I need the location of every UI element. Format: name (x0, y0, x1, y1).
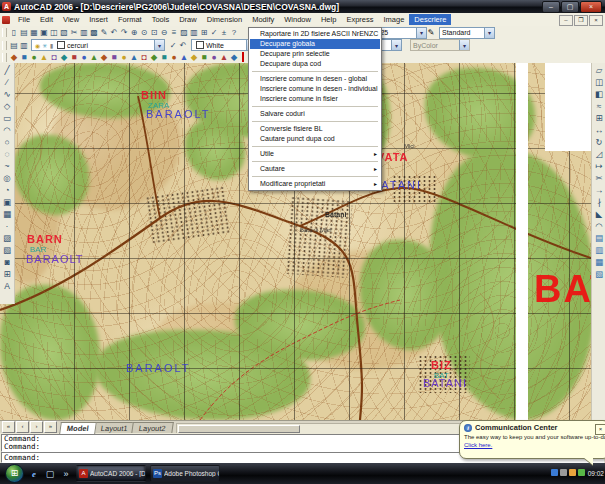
zoom-previous-icon[interactable]: ⊖ (159, 28, 169, 38)
table-icon[interactable]: ⊞ (1, 268, 14, 280)
layer-properties-manager-icon[interactable]: ▤ (9, 40, 19, 50)
image-tool-3-icon[interactable]: ▦ (593, 256, 605, 268)
match-properties-icon[interactable]: ✎ (99, 28, 109, 38)
polygon-icon[interactable]: ◇ (1, 100, 14, 112)
taskbar-button-autocad-2006-d-d[interactable]: AAutoCAD 2006 - [D:\D... (76, 465, 146, 482)
menu-image[interactable]: Image (378, 14, 409, 25)
toolbar-grip[interactable] (2, 53, 7, 62)
custom-tool-20-icon[interactable]: ■ (199, 52, 209, 62)
combo-arrow-icon[interactable]: ▾ (484, 28, 494, 38)
balloon-close-button[interactable]: × (595, 424, 605, 435)
menu-item-inscriere-comune-in-desen-individual[interactable]: Inscriere comune in desen - individual (250, 84, 380, 94)
menu-item-conversie-fisiere-bl[interactable]: Conversie fisiere BL (250, 124, 380, 134)
markup-set-manager-icon[interactable]: ✓ (209, 28, 219, 38)
new-icon[interactable]: ▯ (9, 28, 19, 38)
custom-tool-12-icon[interactable]: ● (119, 52, 129, 62)
dimstyle-icon[interactable]: ✎ (426, 28, 436, 38)
polyline-icon[interactable]: ∿ (1, 88, 14, 100)
combo-arrow-icon[interactable]: ▾ (154, 40, 164, 50)
tray-communication-center-icon[interactable] (578, 469, 585, 476)
region-icon[interactable]: ◙ (1, 256, 14, 268)
custom-tool-17-icon[interactable]: ● (169, 52, 179, 62)
open-icon[interactable]: ▤ (19, 28, 29, 38)
extend-icon[interactable]: → (593, 184, 605, 196)
zoom-window-icon[interactable]: ⊡ (149, 28, 159, 38)
menu-tools[interactable]: Tools (147, 14, 175, 25)
offset-icon[interactable]: ≈ (593, 100, 605, 112)
scale-icon[interactable]: ◿ (593, 148, 605, 160)
construction-line-icon[interactable]: ∕ (1, 76, 14, 88)
custom-tool-11-icon[interactable]: ■ (109, 52, 119, 62)
menu-insert[interactable]: Insert (84, 14, 113, 25)
erase-icon[interactable]: ▱ (593, 64, 605, 76)
combo-arrow-icon[interactable]: ▾ (391, 40, 401, 50)
image-tool-1-icon[interactable]: ▤ (593, 232, 605, 244)
insert-block-icon[interactable]: ▣ (1, 196, 14, 208)
menu-item-modificare-proprietati[interactable]: Modificare proprietati▸ (250, 179, 380, 189)
mdi-close-button[interactable]: × (589, 15, 603, 26)
tray-update-icon[interactable] (569, 469, 576, 476)
menu-window[interactable]: Window (279, 14, 316, 25)
move-icon[interactable]: ↔ (593, 124, 605, 136)
custom-tool-6-icon[interactable]: ◆ (59, 52, 69, 62)
make-block-icon[interactable]: ▦ (1, 208, 14, 220)
minimize-button[interactable]: – (542, 1, 560, 13)
show-desktop-icon[interactable]: ▢ (44, 468, 56, 480)
pan-icon[interactable]: ⊕ (129, 28, 139, 38)
fillet-icon[interactable]: ◠ (593, 220, 605, 232)
menu-item-cautare[interactable]: Cautare▸ (250, 164, 380, 174)
menu-help[interactable]: Help (316, 14, 341, 25)
copy-icon[interactable]: ▥ (79, 28, 89, 38)
menu-file[interactable]: File (13, 14, 35, 25)
tray-network-icon[interactable] (551, 469, 558, 476)
menu-item-cautare-punct-dupa-cod[interactable]: Cautare punct dupa cod (250, 134, 380, 144)
image-tool-4-icon[interactable]: ▧ (593, 268, 605, 280)
help-icon[interactable]: ? (229, 28, 239, 38)
gradient-icon[interactable]: ▧ (1, 244, 14, 256)
plot-preview-icon[interactable]: ◫ (49, 28, 59, 38)
make-object-layer-current-icon[interactable]: ✓ (168, 40, 178, 50)
textstyle-combo[interactable]: Standard▾ (439, 27, 495, 39)
menu-item-inscriere-comune-in-fisier[interactable]: Inscriere comune in fisier (250, 94, 380, 104)
array-icon[interactable]: ⊞ (593, 112, 605, 124)
menu-item-decupare-dupa-cod[interactable]: Decupare dupa cod (250, 59, 380, 69)
taskbar-clock[interactable]: 09:02 (588, 470, 604, 477)
zoom-realtime-icon[interactable]: ⊙ (139, 28, 149, 38)
designcenter-icon[interactable]: ▨ (179, 28, 189, 38)
quickcalc-icon[interactable]: ± (219, 28, 229, 38)
hatch-icon[interactable]: ▨ (1, 232, 14, 244)
circle-icon[interactable]: ○ (1, 136, 14, 148)
scrollbar-thumb[interactable] (178, 425, 300, 433)
paste-icon[interactable]: ▩ (89, 28, 99, 38)
save-icon[interactable]: ▦ (29, 28, 39, 38)
publish-icon[interactable]: ▧ (59, 28, 69, 38)
mdi-minimize-button[interactable]: – (559, 15, 573, 26)
cut-icon[interactable]: ✂ (69, 28, 79, 38)
menu-item-raportare-in-2d-fisiere-ascii-nrenzc[interactable]: Raportare in 2D fisiere ASCII NrENZC (250, 29, 380, 39)
tab-nav-button-1[interactable]: ‹ (16, 421, 29, 433)
taskbar-button-adobe-photoshop-cs3[interactable]: PsAdobe Photoshop CS3... (150, 465, 220, 482)
redo-icon[interactable]: ↷ (119, 28, 129, 38)
menu-item-utile[interactable]: Utile▸ (250, 149, 380, 159)
menu-express[interactable]: Express (341, 14, 378, 25)
custom-tool-2-icon[interactable]: ■ (19, 52, 29, 62)
menu-item-salvare-coduri[interactable]: Salvare coduri (250, 109, 380, 119)
trim-icon[interactable]: ✂ (593, 172, 605, 184)
custom-tool-21-icon[interactable]: ● (209, 52, 219, 62)
spline-icon[interactable]: ~ (1, 160, 14, 172)
revision-cloud-icon[interactable]: ◌ (1, 148, 14, 160)
properties-icon[interactable]: ≡ (169, 28, 179, 38)
custom-tool-3-icon[interactable]: ● (29, 52, 39, 62)
custom-tool-16-icon[interactable]: ■ (159, 52, 169, 62)
custom-tool-22-icon[interactable]: ▲ (219, 52, 229, 62)
internet-explorer-icon[interactable]: e (28, 468, 40, 480)
menu-edit[interactable]: Edit (35, 14, 58, 25)
image-tool-2-icon[interactable]: ▥ (593, 244, 605, 256)
custom-tool-1-icon[interactable]: ◆ (9, 52, 19, 62)
layer-previous-icon[interactable]: ↶ (178, 40, 188, 50)
chamfer-icon[interactable]: ◣ (593, 208, 605, 220)
maximize-button[interactable]: ▢ (561, 1, 579, 13)
custom-tool-23-icon[interactable]: ◆ (229, 52, 239, 62)
tray-volume-icon[interactable] (560, 469, 567, 476)
menu-item-decupare-globala[interactable]: Decupare globala (250, 39, 380, 49)
